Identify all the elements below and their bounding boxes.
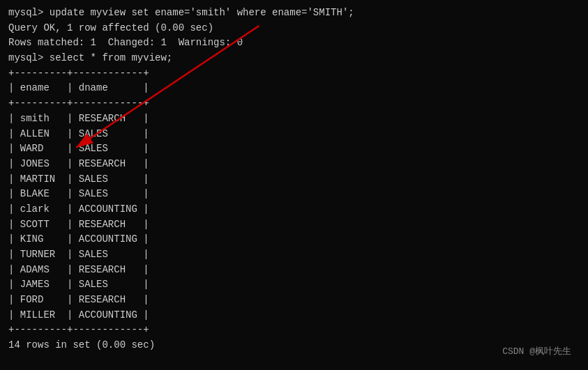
terminal-line: | ALLEN | SALES | xyxy=(8,127,580,142)
terminal-line: | MARTIN | SALES | xyxy=(8,172,580,187)
terminal-line: | MILLER | ACCOUNTING | xyxy=(8,308,580,323)
terminal-line: | FORD | RESEARCH | xyxy=(8,293,580,308)
terminal-line: | ename | dname | xyxy=(8,81,580,96)
terminal-line: mysql> select * from myview; xyxy=(8,51,580,66)
terminal-line: | ADAMS | RESEARCH | xyxy=(8,263,580,278)
terminal-line: 14 rows in set (0.00 sec) xyxy=(8,338,580,353)
terminal-line: mysql> update myview set ename='smith' w… xyxy=(8,6,580,21)
terminal-line: | KING | ACCOUNTING | xyxy=(8,232,580,247)
terminal-line: | JONES | RESEARCH | xyxy=(8,157,580,172)
terminal-line: Query OK, 1 row affected (0.00 sec) xyxy=(8,21,580,36)
terminal-line: | WARD | SALES | xyxy=(8,141,580,157)
terminal-line: +---------+------------+ xyxy=(8,96,580,111)
terminal-line: | TURNER | SALES | xyxy=(8,247,580,263)
terminal-line: | JAMES | SALES | xyxy=(8,277,580,293)
terminal-line: Rows matched: 1 Changed: 1 Warnings: 0 xyxy=(8,36,580,51)
watermark-text: CSDN @枫叶先生 xyxy=(502,345,571,357)
terminal-line: | BLAKE | SALES | xyxy=(8,187,580,202)
terminal-line: | smith | RESEARCH | xyxy=(8,111,580,127)
terminal-output: mysql> update myview set ename='smith' w… xyxy=(8,6,580,353)
terminal-line: +---------+------------+ xyxy=(8,323,580,338)
terminal-line: | clark | ACCOUNTING | xyxy=(8,202,580,217)
terminal-line: | SCOTT | RESEARCH | xyxy=(8,217,580,233)
terminal-line: +---------+------------+ xyxy=(8,66,580,82)
terminal-window: mysql> update myview set ename='smith' w… xyxy=(8,6,580,364)
